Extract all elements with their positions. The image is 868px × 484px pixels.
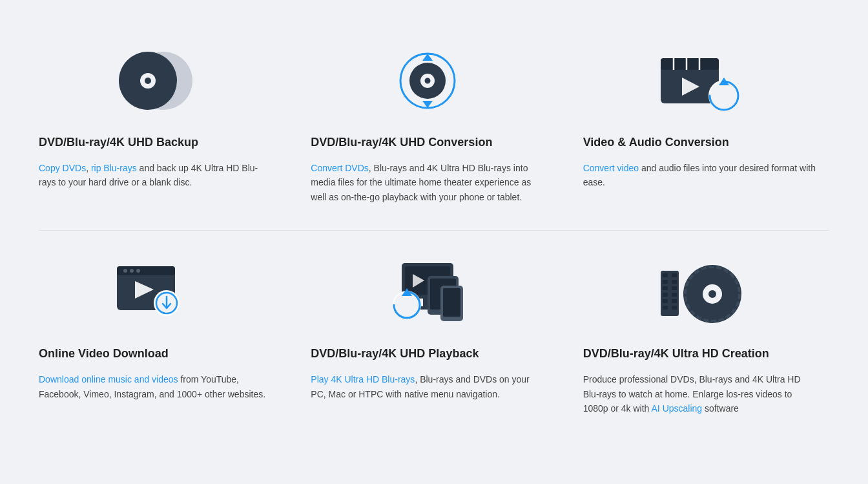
card-online-video: Online Video Download Download online mu… [26,231,298,441]
svg-rect-11 [661,58,719,70]
dvd-backup-title: DVD/Blu-ray/4K UHD Backup [39,136,272,149]
dvd-backup-icon-area [39,39,272,123]
dvd-playback-desc: Play 4K Ultra HD Blu-rays, Blu-rays and … [311,372,544,401]
svg-point-22 [130,269,134,273]
video-audio-desc: Convert video and audio files into your … [583,161,816,190]
card-dvd-playback: DVD/Blu-ray/4K UHD Playback Play 4K Ultr… [298,231,570,441]
card-dvd-backup: DVD/Blu-ray/4K UHD Backup Copy DVDs, rip… [26,19,298,230]
dvd-playback-icon [382,257,473,328]
copy-dvds-link[interactable]: Copy DVDs [39,163,86,173]
svg-point-5 [145,78,151,84]
svg-point-23 [136,269,140,273]
feature-grid: DVD/Blu-ray/4K UHD Backup Copy DVDs, rip… [0,0,868,461]
online-video-icon-area [39,250,272,334]
svg-rect-48 [672,273,677,277]
dvd-conversion-icon [389,45,466,116]
video-audio-icon-area [583,39,816,123]
dvd-playback-title: DVD/Blu-ray/4K UHD Playback [311,347,544,361]
online-video-title: Online Video Download [39,347,272,361]
card-video-audio: Video & Audio Conversion Convert video a… [570,19,842,230]
dvd-conversion-title: DVD/Blu-ray/4K UHD Conversion [311,136,544,149]
svg-rect-46 [663,299,668,303]
svg-rect-50 [672,286,677,290]
svg-point-9 [424,78,430,84]
svg-rect-53 [672,306,677,310]
card-dvd-creation: DVD/Blu-ray/4K Ultra HD Creation Produce… [570,231,842,441]
svg-rect-45 [663,293,668,297]
dvd-conversion-icon-area [311,39,544,123]
dvd-playback-icon-area [311,250,544,334]
dvd-conversion-desc: Convert DVDs, Blu-rays and 4K Ultra HD B… [311,161,544,204]
dvd-creation-icon-area [583,250,816,334]
rip-blurays-link[interactable]: rip Blu-rays [91,163,137,173]
dvd-creation-desc: Produce professional DVDs, Blu-rays and … [583,372,816,416]
svg-point-56 [708,290,716,298]
svg-rect-42 [663,273,668,277]
convert-dvds-link[interactable]: Convert DVDs [311,163,368,173]
dvd-creation-title: DVD/Blu-ray/4K Ultra HD Creation [583,347,816,361]
dvd-backup-icon [110,45,201,116]
dvd-creation-icon [654,257,745,328]
online-video-desc: Download online music and videos from Yo… [39,372,272,401]
svg-rect-36 [443,288,460,317]
dvd-backup-desc: Copy DVDs, rip Blu-rays and back up 4K U… [39,161,272,190]
card-dvd-conversion: DVD/Blu-ray/4K UHD Conversion Convert DV… [298,19,570,230]
play-4k-link[interactable]: Play 4K Ultra HD Blu-rays [311,374,415,384]
svg-rect-49 [672,280,677,284]
svg-rect-43 [663,280,668,284]
convert-video-link[interactable]: Convert video [583,163,639,173]
online-video-download-icon [114,257,198,328]
svg-point-21 [123,269,127,273]
video-audio-icon [654,45,745,116]
svg-rect-52 [672,299,677,303]
svg-rect-47 [663,306,668,310]
download-online-link[interactable]: Download online music and videos [39,374,178,384]
svg-rect-44 [663,286,668,290]
ai-upscaling-link[interactable]: AI Upscaling [652,403,703,414]
svg-rect-51 [672,293,677,297]
video-audio-title: Video & Audio Conversion [583,136,816,149]
